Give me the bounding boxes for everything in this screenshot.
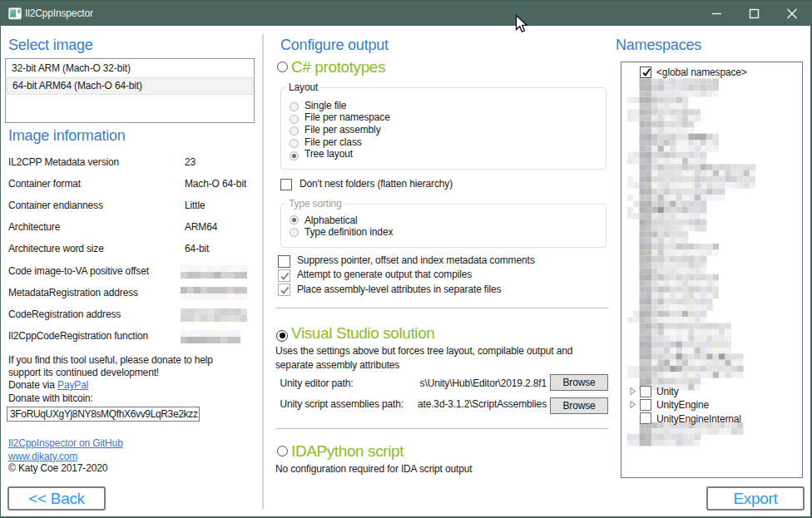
website-link[interactable]: www.djkaty.com bbox=[8, 451, 77, 462]
expander-icon[interactable] bbox=[629, 387, 637, 396]
idapython-description: No configuration required for IDA script… bbox=[275, 463, 472, 475]
info-value: ARM64 bbox=[185, 221, 217, 233]
unity-script-path-value: ate.3d-3.1.2\ScriptAssemblies bbox=[375, 398, 547, 410]
info-label: Code image-to-VA positive offset bbox=[8, 265, 149, 277]
tree-layout-label[interactable]: Tree layout bbox=[304, 148, 353, 160]
namespaces-header: Namespaces bbox=[616, 37, 701, 54]
minimize-button[interactable] bbox=[698, 1, 735, 27]
close-button[interactable] bbox=[773, 1, 810, 27]
expander-icon[interactable] bbox=[629, 400, 637, 409]
single-file-radio[interactable] bbox=[290, 102, 299, 111]
window-title: Il2CppInspector bbox=[25, 1, 93, 27]
bitcoin-address-input[interactable]: 3FoRUqUXgYj8NY8sMQfhX6vv9LqR3e2kzz bbox=[7, 407, 200, 422]
redacted-value bbox=[181, 330, 247, 343]
csharp-prototypes-radio[interactable] bbox=[277, 62, 288, 72]
info-value: 64-bit bbox=[185, 243, 209, 254]
export-button[interactable]: Export bbox=[706, 486, 805, 511]
info-label: Architecture bbox=[8, 221, 60, 233]
unityengine-checkbox[interactable] bbox=[640, 399, 651, 411]
info-value: Little bbox=[185, 200, 205, 211]
single-file-label[interactable]: Single file bbox=[304, 100, 346, 111]
donate-via-label: Donate via bbox=[8, 379, 57, 391]
unity-label[interactable]: Unity bbox=[656, 386, 679, 397]
unity-checkbox[interactable] bbox=[640, 386, 651, 397]
back-button[interactable]: << Back bbox=[7, 486, 106, 511]
info-label: Container endianness bbox=[8, 200, 103, 211]
minimize-icon bbox=[698, 1, 735, 27]
mouse-cursor-icon bbox=[515, 14, 532, 36]
attempt-compile-label[interactable]: Attempt to generate output that compiles bbox=[297, 269, 472, 280]
donate-text: If you find this tool useful, please don… bbox=[8, 354, 241, 380]
info-label: IL2CPP Metadata version bbox=[8, 156, 119, 168]
donate-via-line: Donate via PayPal bbox=[8, 379, 88, 391]
configure-output-header: Configure output bbox=[280, 37, 389, 54]
tree-layout-radio[interactable] bbox=[290, 151, 299, 160]
file-per-namespace-label[interactable]: File per namespace bbox=[304, 111, 390, 123]
list-item-selected[interactable]: 64-bit ARM64 (Mach-O 64-bit) bbox=[7, 77, 253, 95]
file-per-class-label[interactable]: File per class bbox=[304, 136, 362, 148]
unity-editor-path-value: s\Unity\Hub\Editor\2019.2.8f1 bbox=[375, 377, 547, 389]
select-image-header: Select image bbox=[8, 37, 93, 54]
idapython-radio[interactable] bbox=[277, 446, 288, 456]
browse-script-button[interactable]: Browse bbox=[550, 397, 608, 414]
donate-bitcoin-label: Donate with bitcoin: bbox=[8, 392, 93, 404]
unityengine-label[interactable]: UnityEngine bbox=[656, 399, 709, 411]
unity-editor-path-label: Unity editor path: bbox=[280, 377, 354, 389]
copyright-text: © Katy Coe 2017-2020 bbox=[8, 462, 107, 474]
separate-attributes-label[interactable]: Place assembly-level attributes in separ… bbox=[297, 284, 501, 295]
file-per-assembly-label[interactable]: File per assembly bbox=[304, 124, 380, 136]
info-label: Container format bbox=[8, 178, 81, 190]
browse-editor-button[interactable]: Browse bbox=[550, 374, 608, 391]
file-per-namespace-radio[interactable] bbox=[290, 115, 299, 124]
close-icon bbox=[773, 1, 810, 27]
info-label: Architecture word size bbox=[8, 243, 104, 254]
maximize-button[interactable] bbox=[735, 1, 773, 27]
list-item[interactable]: 32-bit ARM (Mach-O 32-bit) bbox=[7, 60, 253, 77]
title-bar[interactable]: Il2CppInspector bbox=[0, 0, 812, 26]
paypal-link[interactable]: PayPal bbox=[57, 379, 88, 391]
separator bbox=[276, 428, 608, 429]
visual-studio-radio[interactable] bbox=[276, 330, 288, 342]
csharp-prototypes-label[interactable]: C# prototypes bbox=[291, 58, 385, 76]
layout-group-label: Layout bbox=[285, 81, 321, 93]
unityengineinternal-label[interactable]: UnityEngineInternal bbox=[656, 413, 741, 425]
namespaces-tree[interactable]: <global namespace> Unity UnityEngine Uni… bbox=[621, 62, 803, 478]
github-link[interactable]: Il2CppInspector on GitHub bbox=[8, 437, 123, 449]
info-value: 23 bbox=[185, 156, 196, 168]
image-listbox[interactable]: 32-bit ARM (Mach-O 32-bit) 64-bit ARM64 … bbox=[5, 58, 255, 123]
maximize-icon bbox=[735, 1, 773, 27]
info-label: Il2CppCodeRegistration function bbox=[8, 330, 148, 342]
redacted-value bbox=[181, 265, 247, 279]
redacted-value bbox=[181, 287, 247, 300]
separator bbox=[276, 308, 608, 308]
info-label: MetadataRegistration address bbox=[8, 287, 138, 298]
attempt-compile-checkbox[interactable] bbox=[278, 269, 290, 282]
redacted-value bbox=[181, 308, 247, 322]
suppress-comments-checkbox[interactable] bbox=[278, 255, 290, 268]
visual-studio-label[interactable]: Visual Studio solution bbox=[291, 324, 435, 343]
idapython-label[interactable]: IDAPython script bbox=[291, 442, 404, 461]
type-definition-index-radio[interactable] bbox=[290, 228, 299, 237]
flatten-checkbox-label[interactable]: Don't nest folders (flatten hierarchy) bbox=[300, 178, 453, 190]
alphabetical-radio[interactable] bbox=[290, 215, 299, 224]
info-value: Mach-O 64-bit bbox=[185, 178, 246, 190]
type-sorting-group-label: Type sorting bbox=[285, 198, 345, 210]
visual-studio-description: Uses the settings above but forces tree … bbox=[275, 344, 598, 372]
app-window: Il2CppInspector Select image 32-bit ARM … bbox=[0, 0, 812, 518]
image-information-header: Image information bbox=[8, 127, 126, 145]
flatten-checkbox[interactable] bbox=[280, 179, 292, 190]
alphabetical-label[interactable]: Alphabetical bbox=[304, 215, 358, 226]
unityengineinternal-checkbox[interactable] bbox=[640, 412, 651, 424]
suppress-comments-label[interactable]: Suppress pointer, offset and index metad… bbox=[297, 254, 535, 266]
app-icon bbox=[8, 7, 22, 20]
info-label: CodeRegistration address bbox=[8, 308, 121, 320]
type-definition-index-label[interactable]: Type definition index bbox=[304, 226, 393, 238]
column-divider bbox=[262, 34, 264, 509]
separate-attributes-checkbox[interactable] bbox=[278, 284, 290, 296]
